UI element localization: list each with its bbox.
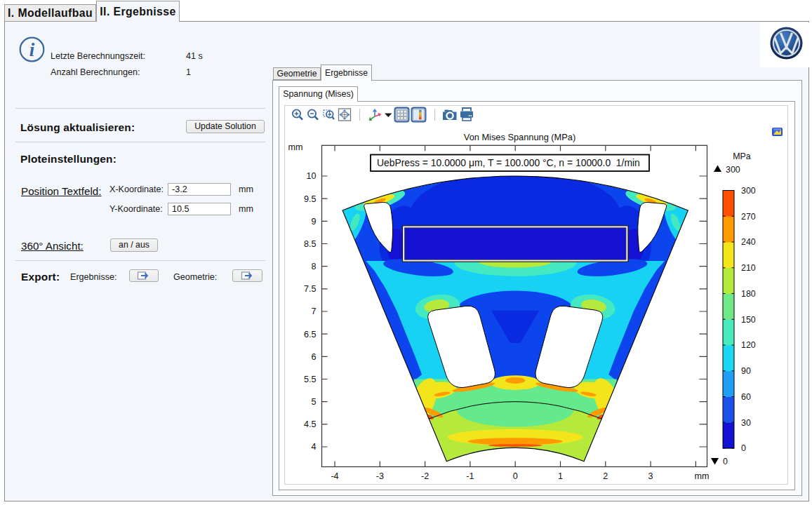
svg-text:-2: -2 [421, 471, 429, 481]
svg-text:9: 9 [311, 217, 316, 227]
svg-text:7: 7 [311, 307, 316, 316]
svg-text:MPa: MPa [733, 152, 751, 161]
svg-text:mm: mm [695, 471, 710, 481]
svg-text:300: 300 [741, 186, 756, 196]
svg-text:5: 5 [311, 397, 316, 407]
svg-text:3: 3 [648, 471, 653, 481]
svg-text:6.5: 6.5 [304, 330, 317, 339]
svg-text:10: 10 [306, 171, 316, 181]
svg-text:8: 8 [311, 262, 316, 271]
svg-text:0: 0 [513, 471, 518, 481]
svg-text:5.5: 5.5 [304, 375, 317, 384]
svg-text:210: 210 [741, 263, 756, 273]
svg-text:60: 60 [741, 392, 751, 402]
svg-text:0: 0 [741, 443, 746, 453]
svg-text:0: 0 [723, 457, 728, 466]
svg-text:8.5: 8.5 [304, 239, 317, 249]
svg-text:4: 4 [311, 442, 316, 452]
svg-text:240: 240 [741, 237, 756, 247]
svg-text:2: 2 [603, 471, 608, 481]
svg-text:Von Mises Spannung (MPa): Von Mises Spannung (MPa) [464, 132, 575, 142]
svg-text:90: 90 [741, 366, 751, 376]
svg-text:270: 270 [741, 212, 756, 222]
svg-text:-4: -4 [331, 471, 338, 481]
svg-text:30: 30 [741, 418, 751, 428]
svg-text:1: 1 [558, 471, 563, 481]
svg-text:150: 150 [741, 315, 756, 325]
svg-text:4.5: 4.5 [304, 419, 317, 429]
svg-text:UebPress = 10.0000 μm, T = 100: UebPress = 10.0000 μm, T = 100.000 °C, n… [377, 157, 640, 168]
svg-text:6: 6 [311, 352, 316, 362]
svg-text:i: i [29, 39, 35, 60]
svg-text:-1: -1 [466, 471, 474, 481]
svg-text:-3: -3 [376, 471, 384, 481]
svg-text:mm: mm [288, 142, 303, 152]
svg-text:9.5: 9.5 [304, 194, 317, 204]
svg-text:180: 180 [741, 289, 756, 299]
svg-text:300: 300 [726, 165, 740, 175]
svg-text:7.5: 7.5 [304, 284, 317, 294]
svg-text:120: 120 [741, 340, 756, 350]
